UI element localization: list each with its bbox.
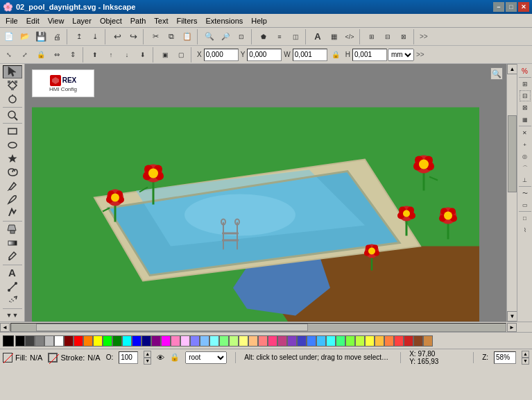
fill-color-box[interactable] — [3, 353, 12, 362]
swatch-lightcyan[interactable] — [209, 335, 219, 347]
zoom-fit-button[interactable]: ⊡ — [234, 29, 249, 44]
close-button[interactable]: ✕ — [518, 2, 529, 12]
toolbar-expand[interactable]: ▼▼ — [3, 310, 22, 320]
swatch-pink[interactable] — [171, 335, 180, 347]
gradient-tool[interactable] — [3, 236, 22, 249]
rect-tool[interactable] — [3, 125, 22, 138]
snap-perpendicular[interactable]: ⊥ — [520, 174, 531, 185]
swatch-violet[interactable] — [287, 335, 297, 347]
transform-x-btn[interactable]: ⤡ — [1, 47, 17, 62]
h-input[interactable] — [352, 49, 387, 61]
swatch-periwinkle[interactable] — [190, 335, 200, 347]
callig-tool[interactable] — [3, 207, 22, 220]
swatch-skyblue[interactable] — [316, 335, 326, 347]
text-tool-btn[interactable]: A — [310, 29, 325, 44]
lock-aspect-btn[interactable]: 🔒 — [328, 47, 343, 62]
minimize-button[interactable]: − — [493, 2, 504, 12]
swatch-darkorange[interactable] — [384, 335, 394, 347]
snap-nodes[interactable]: ⊟ — [520, 90, 531, 101]
menu-extensions[interactable]: Extensions — [201, 15, 247, 26]
swatch-gray[interactable] — [35, 335, 44, 347]
print-button[interactable]: 🖨 — [49, 29, 65, 44]
paste-button[interactable]: 📋 — [180, 29, 195, 44]
tweak-tool[interactable] — [3, 92, 22, 106]
swatch-chartreuse[interactable] — [345, 335, 355, 347]
menu-path[interactable]: Path — [126, 15, 151, 26]
circle-tool[interactable] — [3, 138, 22, 151]
swatch-blue[interactable] — [132, 335, 141, 347]
zoom-out-button[interactable]: 🔎 — [218, 29, 233, 44]
swatch-lightblue[interactable] — [200, 335, 209, 347]
y-input[interactable] — [247, 49, 282, 61]
swatch-orange[interactable] — [83, 335, 93, 347]
swatch-green[interactable] — [103, 335, 112, 347]
snap-midpoint[interactable]: + — [520, 139, 531, 150]
snap-bbox[interactable]: ⊞ — [520, 78, 531, 90]
swatch-darkblue[interactable] — [141, 335, 151, 347]
spray-tool[interactable] — [3, 294, 22, 307]
zoom-down[interactable]: ▼ — [522, 358, 529, 365]
swatch-black[interactable] — [15, 335, 25, 347]
snap-enable[interactable]: % — [520, 65, 531, 76]
copy-button[interactable]: ⧉ — [164, 29, 179, 44]
stroke-color-box[interactable] — [48, 353, 58, 362]
scroll-right-arrow[interactable]: ► — [507, 323, 517, 332]
swatch-tomato[interactable] — [394, 335, 404, 347]
layer-visibility-btn[interactable]: 👁 — [157, 353, 164, 362]
swatch-white[interactable] — [54, 335, 64, 347]
arrange-bottom-btn[interactable]: ⬇ — [135, 47, 151, 62]
gradient-btn[interactable]: ▦ — [326, 29, 341, 44]
opacity-field[interactable] — [119, 351, 138, 364]
transform-button2[interactable]: ◫ — [288, 29, 303, 44]
canvas-area[interactable]: REX HMI Config — [25, 64, 517, 322]
vertical-scrollbar[interactable]: ▲ ▼ — [506, 64, 517, 322]
swatch-magenta[interactable] — [161, 335, 171, 347]
snap-btn1[interactable]: ⊞ — [364, 29, 379, 44]
text-tool[interactable]: A — [3, 266, 22, 279]
import-button[interactable]: ↥ — [71, 29, 87, 44]
star-tool[interactable] — [3, 152, 22, 165]
snap-page[interactable]: □ — [520, 212, 531, 224]
menu-object[interactable]: Object — [96, 15, 126, 26]
swatch-aqua[interactable] — [326, 335, 336, 347]
horizontal-scrollbar[interactable]: ◄ ► — [0, 322, 532, 332]
menu-filters[interactable]: Filters — [173, 15, 202, 26]
menu-edit[interactable]: Edit — [22, 15, 44, 26]
maximize-button[interactable]: □ — [506, 2, 517, 12]
swatch-lightyellow[interactable] — [239, 335, 248, 347]
snap-obb[interactable]: ▭ — [520, 199, 531, 210]
pencil-tool[interactable] — [3, 193, 22, 206]
layer-select[interactable]: root — [185, 351, 227, 364]
swatch-amber[interactable] — [375, 335, 384, 347]
transform-y-btn[interactable]: ⤢ — [17, 47, 33, 62]
menu-layer[interactable]: Layer — [68, 15, 96, 26]
snap-smooth[interactable]: 〜 — [520, 188, 531, 199]
arrange-top-btn[interactable]: ⬆ — [87, 47, 103, 62]
menu-help[interactable]: Help — [247, 15, 271, 26]
swatch-rose[interactable] — [277, 335, 287, 347]
swatch-indigo[interactable] — [297, 335, 307, 347]
arrange-down-btn[interactable]: ↓ — [119, 47, 135, 62]
align-button[interactable]: ≡ — [272, 29, 287, 44]
black-swatch[interactable] — [3, 335, 14, 347]
snap-grid[interactable]: ▦ — [520, 114, 531, 125]
swatch-cyan[interactable] — [122, 335, 132, 347]
toolbar-overflow[interactable]: >> — [418, 33, 429, 40]
swatch-tan[interactable] — [423, 335, 433, 347]
zoom-in-button[interactable]: 🔍 — [202, 29, 217, 44]
spiral-tool[interactable] — [3, 166, 22, 179]
swatch-darkred[interactable] — [64, 335, 74, 347]
swatch-lightorange[interactable] — [248, 335, 258, 347]
horizontal-scrollbar-thumb[interactable] — [36, 324, 308, 331]
snap-path[interactable]: ⌇ — [520, 224, 531, 235]
zoom-field[interactable] — [494, 351, 516, 364]
vertical-scrollbar-thumb[interactable] — [508, 115, 517, 192]
w-input[interactable] — [293, 49, 327, 61]
menu-file[interactable]: File — [1, 15, 22, 26]
save-button[interactable]: 💾 — [33, 29, 49, 44]
unit-select[interactable]: mm px cm in — [388, 49, 414, 61]
arrange-up-btn[interactable]: ↑ — [103, 47, 119, 62]
toolbar2-overflow[interactable]: >> — [415, 51, 426, 58]
export-button[interactable]: ⤓ — [87, 29, 103, 44]
layer-lock-btn[interactable]: 🔒 — [170, 353, 180, 362]
